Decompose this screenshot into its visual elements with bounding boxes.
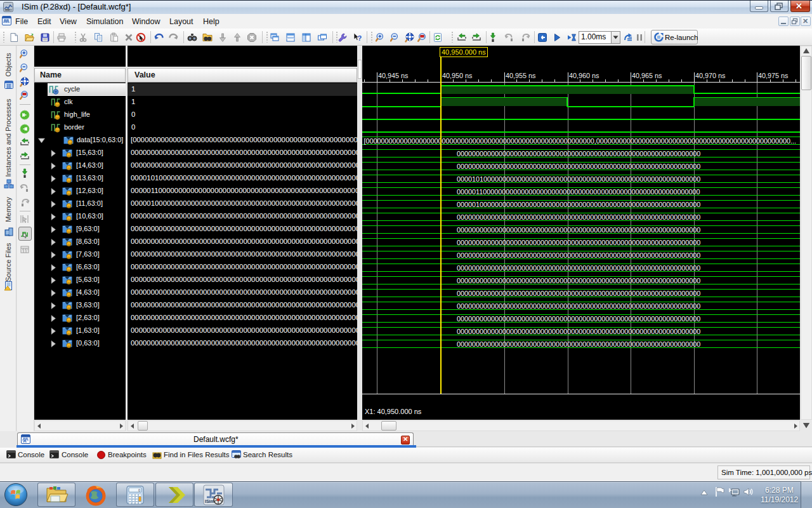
svg-text:ω: ω bbox=[68, 268, 71, 272]
svg-text:ω: ω bbox=[68, 319, 71, 323]
svg-text:ω: ω bbox=[56, 103, 60, 107]
svg-text:?: ? bbox=[358, 34, 362, 42]
svg-text:ISIM: ISIM bbox=[5, 9, 10, 11]
svg-text:ω: ω bbox=[56, 116, 60, 119]
svg-text:ω: ω bbox=[68, 154, 71, 157]
svg-text:0: 0 bbox=[138, 488, 140, 492]
svg-text:ω: ω bbox=[68, 255, 71, 259]
svg-text:ω: ω bbox=[68, 293, 71, 297]
svg-text:ω: ω bbox=[69, 141, 72, 145]
svg-text:ω: ω bbox=[68, 217, 71, 221]
svg-text:ω: ω bbox=[56, 128, 60, 132]
svg-text:ω: ω bbox=[68, 281, 71, 284]
svg-text:ω: ω bbox=[68, 306, 71, 310]
svg-text:ω: ω bbox=[68, 230, 71, 234]
svg-text:ω: ω bbox=[68, 243, 71, 246]
svg-text:ω: ω bbox=[68, 192, 71, 196]
svg-text:ω: ω bbox=[68, 331, 71, 335]
svg-text:ω: ω bbox=[68, 166, 71, 170]
svg-text:ISim: ISim bbox=[205, 499, 214, 504]
svg-text:ω: ω bbox=[68, 179, 71, 183]
svg-text:ω: ω bbox=[68, 204, 71, 208]
svg-text:ω: ω bbox=[68, 344, 71, 348]
